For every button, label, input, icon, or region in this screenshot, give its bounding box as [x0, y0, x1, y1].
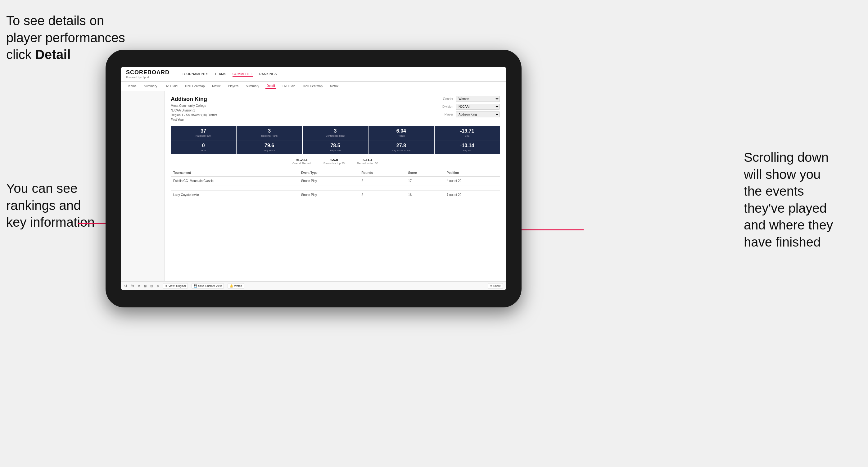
subnav-summary[interactable]: Summary [143, 84, 158, 89]
tournament-table: Tournament Event Type Rounds Score Posit… [171, 169, 500, 199]
division-control: Division NJCAA I [438, 104, 500, 110]
player-label: Player [438, 113, 453, 116]
subnav-h2hgrid[interactable]: H2H Grid [163, 84, 179, 89]
gender-control: Gender Women [438, 96, 500, 102]
record-overall-value: 91-20-1 [292, 158, 311, 162]
subnav-matrix2[interactable]: Matrix [329, 84, 340, 89]
player-control: Player Addison King [438, 112, 500, 117]
cell-event_type: Stroke Play [299, 191, 359, 199]
stat-label-points: Points [370, 134, 432, 137]
cell-rounds: 2 [359, 177, 406, 185]
stat-label-adj: Adj Score [305, 149, 366, 152]
nav-committee[interactable]: COMMITTEE [232, 71, 253, 77]
subnav-summary2[interactable]: Summary [245, 84, 260, 89]
stat-value-avg: 79.6 [239, 143, 300, 148]
table-row: Estella CC- Mountain ClassicStroke Play2… [171, 177, 500, 185]
subnav-h2hgrid2[interactable]: H2H Grid [281, 84, 297, 89]
cell-position [444, 185, 500, 191]
cell-event_type [299, 185, 359, 191]
col-tournament: Tournament [171, 169, 299, 177]
col-score: Score [406, 169, 444, 177]
toolbar-icon3[interactable]: ⊟ [150, 284, 153, 288]
subnav-matrix[interactable]: Matrix [211, 84, 222, 89]
cell-score: 16 [406, 191, 444, 199]
watch-btn[interactable]: 🔔 Watch [227, 283, 244, 289]
logo-title: SCOREBOARD [126, 69, 169, 76]
stat-label-regional: Regional Rank [239, 134, 300, 137]
tablet-device: SCOREBOARD Powered by clippd TOURNAMENTS… [105, 50, 522, 307]
main-content: Addison King Mesa Community College NJCA… [164, 91, 506, 281]
cell-position: 7 out of 20 [444, 191, 500, 199]
cell-tournament [171, 185, 299, 191]
watch-icon: 🔔 [230, 284, 233, 287]
stat-label-avg: Avg Score [239, 149, 300, 152]
nav-rankings[interactable]: RANKINGS [259, 71, 277, 77]
stat-label-sg: Avg SG [436, 149, 498, 152]
stat-value-wins: 0 [173, 143, 234, 148]
subnav-teams[interactable]: Teams [126, 84, 137, 89]
stat-label-sos: SoS [436, 134, 498, 137]
record-overall-label: Overall Record [292, 162, 311, 165]
toolbar-icon1[interactable]: ⊕ [138, 284, 140, 288]
stat-regional-rank: 3 Regional Rank [237, 126, 302, 140]
toolbar-icon2[interactable]: ⊞ [144, 284, 147, 288]
player-controls: Gender Women Division NJCAA I [438, 96, 500, 122]
stat-label-wins: Wins [173, 149, 234, 152]
cell-rounds [359, 185, 406, 191]
watch-label: Watch [234, 284, 242, 287]
sidebar [121, 91, 164, 281]
stat-avg-score: 79.6 Avg Score [237, 141, 302, 154]
record-top50-label: Record vs top 50 [357, 162, 378, 165]
record-top25-value: 1-5-0 [323, 158, 345, 162]
stat-value-adj: 78.5 [305, 143, 366, 148]
stat-value-conference: 3 [305, 128, 366, 134]
save-icon: 💾 [194, 284, 197, 287]
stat-label-conference: Conference Rank [305, 134, 366, 137]
division-label: Division [438, 105, 453, 108]
bottom-toolbar: ↺ ↻ ⊕ ⊞ ⊟ ⊛ 👁 View: Original 💾 Save Cust… [121, 281, 506, 290]
toolbar-redo[interactable]: ↻ [131, 284, 134, 288]
nav-teams[interactable]: TEAMS [215, 71, 226, 77]
stat-conference-rank: 3 Conference Rank [303, 126, 368, 140]
player-school: Mesa Community College [171, 103, 217, 108]
share-label: Share [493, 284, 501, 287]
gender-select[interactable]: Women [456, 96, 500, 102]
toolbar-undo[interactable]: ↺ [124, 284, 127, 288]
top-nav-items: TOURNAMENTS TEAMS COMMITTEE RANKINGS [182, 71, 277, 77]
subnav-players[interactable]: Players [227, 84, 240, 89]
annotation-bottom-left: You can see rankings and key information [6, 180, 95, 231]
share-icon: ⬆ [490, 284, 492, 287]
subnav-h2hheatmap2[interactable]: H2H Heatmap [302, 84, 324, 89]
record-top50: 5-11-1 Record vs top 50 [357, 158, 378, 165]
player-select[interactable]: Addison King [456, 112, 500, 117]
stat-national-rank: 37 National Rank [171, 126, 236, 140]
stat-wins: 0 Wins [171, 141, 236, 154]
stat-value-par: 27.8 [370, 143, 432, 148]
col-rounds: Rounds [359, 169, 406, 177]
player-region: Region 1 - Southwest (18) District [171, 113, 217, 117]
table-row: Lady Coyote InviteStroke Play2167 out of… [171, 191, 500, 199]
stat-value-sg: -10.14 [436, 143, 498, 148]
view-original-btn[interactable]: 👁 View: Original [163, 283, 188, 289]
stat-sos: -19.71 SoS [435, 126, 500, 140]
stats-row-1: 37 National Rank 3 Regional Rank 3 Confe… [171, 126, 500, 140]
cell-position: 4 out of 20 [444, 177, 500, 185]
stats-row-2: 0 Wins 79.6 Avg Score 78.5 Adj Score 27.… [171, 141, 500, 154]
cell-score [406, 185, 444, 191]
cell-event_type: Stroke Play [299, 177, 359, 185]
nav-tournaments[interactable]: TOURNAMENTS [182, 71, 208, 77]
save-label: Save Custom View [198, 284, 222, 287]
record-top25: 1-5-0 Record vs top 25 [323, 158, 345, 165]
stat-label-par: Avg Score to Par [370, 149, 432, 152]
save-custom-btn[interactable]: 💾 Save Custom View [191, 283, 224, 289]
division-select[interactable]: NJCAA I [456, 104, 500, 110]
gender-label: Gender [438, 97, 453, 101]
stat-value-regional: 3 [239, 128, 300, 134]
subnav-h2hheatmap[interactable]: H2H Heatmap [184, 84, 206, 89]
player-header: Addison King Mesa Community College NJCA… [171, 96, 500, 122]
toolbar-icon4[interactable]: ⊛ [156, 284, 159, 288]
stat-label-national: National Rank [173, 134, 234, 137]
share-btn[interactable]: ⬆ Share [488, 283, 503, 289]
player-division: NJCAA Division 1 [171, 108, 217, 113]
subnav-detail[interactable]: Detail [266, 84, 276, 89]
